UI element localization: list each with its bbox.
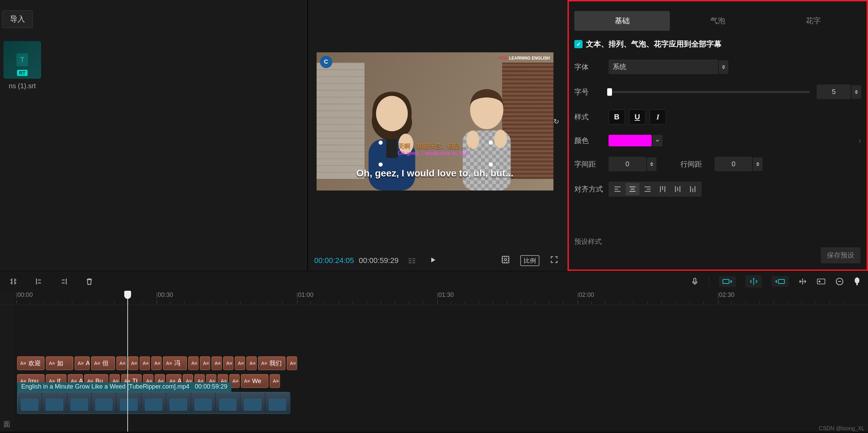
size-slider[interactable] [609, 91, 810, 93]
ratio-button[interactable]: 比例 [520, 255, 539, 266]
font-label: 字体 [574, 62, 609, 72]
video-thumb [265, 392, 290, 414]
svg-point-11 [494, 130, 507, 148]
preview-toggle-icon[interactable] [817, 277, 826, 286]
resize-handle[interactable] [489, 141, 493, 145]
video-thumb [166, 392, 191, 414]
subtitle-clip[interactable]: A≡如 [46, 356, 73, 370]
svg-point-16 [505, 259, 507, 261]
align-right[interactable] [641, 183, 654, 195]
font-stepper[interactable] [719, 60, 728, 74]
subtitle-clip[interactable]: A≡A [200, 356, 210, 370]
align-group [609, 182, 702, 197]
color-next-icon[interactable]: › [858, 136, 861, 145]
video-thumb [191, 392, 216, 414]
track-gutter[interactable]: 面 [0, 291, 14, 432]
import-button[interactable]: 导入 [2, 10, 33, 28]
svg-rect-25 [856, 283, 858, 285]
underline-button[interactable]: U [629, 109, 646, 124]
svg-point-22 [819, 281, 820, 282]
trim-left-tool[interactable] [33, 276, 44, 287]
playhead[interactable] [127, 291, 128, 432]
letter-spacing-stepper[interactable] [647, 157, 656, 171]
subtitle-clip[interactable]: A≡A [270, 374, 280, 388]
apply-all-checkbox[interactable]: ✓ [574, 40, 583, 48]
subtitle-clip[interactable]: A≡冯 [163, 356, 187, 370]
align-v3[interactable] [686, 183, 700, 195]
delete-tool[interactable] [84, 276, 95, 287]
subtitle-clip[interactable]: A≡A [212, 356, 222, 370]
caption-box[interactable]: 天啊，我很乐意。但是…… Oh geez, I would love to, b… [380, 142, 490, 164]
video-preview[interactable]: C VOA LEARNING ENGLISH 天啊，我很乐意。但是…… Oh g… [317, 52, 553, 191]
subtitle-clip[interactable]: A≡A [246, 356, 257, 370]
zoom-out-icon[interactable] [835, 277, 844, 286]
video-clip-name: English in a Minute Grow Like a Weed [Tu… [21, 383, 189, 391]
preview-panel: C VOA LEARNING ENGLISH 天啊，我很乐意。但是…… Oh g… [308, 0, 567, 271]
align-playhead-icon[interactable] [798, 277, 807, 286]
crop-icon[interactable] [498, 254, 513, 267]
split-tool[interactable] [8, 276, 19, 287]
color-dropdown[interactable] [652, 135, 663, 146]
subtitle-clip[interactable]: A≡我们 [258, 356, 285, 370]
align-center[interactable] [626, 183, 639, 195]
align-v2[interactable] [671, 183, 685, 195]
caption-translit: Oh geez, I would love to, but... [380, 150, 490, 156]
tab-fancy[interactable]: 花字 [766, 11, 861, 31]
subtitle-clip[interactable]: A≡A≡ [75, 356, 90, 370]
color-swatch[interactable] [609, 135, 652, 146]
line-spacing-label: 行间距 [680, 159, 715, 169]
align-left[interactable] [611, 183, 624, 195]
trim-right-tool[interactable] [58, 276, 70, 287]
subtitle-clip[interactable]: A≡We [241, 374, 268, 388]
color-label: 颜色 [574, 136, 609, 145]
slider-thumb[interactable] [607, 88, 612, 96]
timeline-toolbar [0, 271, 868, 291]
tab-bubble[interactable]: 气泡 [670, 11, 765, 31]
subtitle-clip[interactable]: A≡欢迎 [17, 356, 44, 370]
subtitle-track-cn[interactable]: A≡欢迎A≡如A≡A≡A≡但A≡AA≡DA≡AA≡AA≡冯A≡AA≡AA≡AA≡… [17, 356, 868, 370]
video-track[interactable]: English in a Minute Grow Like a Weed [Tu… [17, 392, 868, 423]
subtitle-clip[interactable]: A≡A [116, 356, 127, 370]
italic-button[interactable]: I [650, 109, 666, 124]
play-button[interactable] [429, 256, 437, 266]
font-select[interactable]: 系统 [609, 60, 718, 74]
subtitle-clip[interactable]: A≡A [151, 356, 162, 370]
letter-spacing-label: 字间距 [574, 159, 609, 169]
subtitle-clip[interactable]: A≡但 [91, 356, 115, 370]
tab-basic[interactable]: 基础 [574, 11, 670, 31]
subtitle-clip[interactable]: A≡A [223, 356, 233, 370]
subtitle-clip[interactable]: A≡A [188, 356, 199, 370]
timeline[interactable]: 面 |00:00|00:30|01:00|01:30|02:00|02:30 A… [0, 291, 868, 432]
svg-rect-20 [778, 279, 784, 284]
align-v1[interactable] [656, 183, 669, 195]
refresh-icon[interactable]: ↻ [553, 117, 559, 126]
mic-icon[interactable] [690, 277, 699, 286]
magnet-left-icon[interactable] [719, 276, 736, 287]
zoom-slider-icon[interactable] [854, 277, 860, 286]
size-input[interactable] [817, 84, 851, 99]
letter-spacing-input[interactable] [609, 157, 646, 171]
auto-snap-icon[interactable] [745, 275, 762, 288]
save-preset-button[interactable]: 保存预设 [821, 247, 860, 263]
resize-handle[interactable] [379, 162, 383, 167]
subtitle-clip[interactable]: A≡D [128, 356, 138, 370]
subtitle-clip[interactable]: A≡A [287, 356, 297, 370]
video-thumb [92, 392, 116, 414]
subtitle-clip[interactable]: A≡A [235, 356, 245, 370]
svg-point-24 [855, 277, 859, 284]
magnet-right-icon[interactable] [771, 276, 789, 287]
bold-button[interactable]: B [609, 109, 625, 124]
resize-handle[interactable] [379, 141, 383, 145]
video-thumbnails [17, 392, 290, 414]
fullscreen-icon[interactable] [547, 254, 561, 267]
svg-point-19 [753, 278, 754, 279]
line-spacing-input[interactable] [715, 157, 752, 171]
columns-icon[interactable] [409, 258, 415, 263]
size-stepper[interactable] [852, 85, 861, 99]
line-spacing-stepper[interactable] [753, 157, 763, 171]
subtitle-clip[interactable]: A≡A [140, 356, 150, 370]
resize-handle[interactable] [489, 162, 493, 167]
svg-rect-17 [694, 278, 696, 283]
svg-rect-15 [502, 256, 509, 263]
asset-srt[interactable]: T RT ns (1).srt [0, 41, 44, 90]
